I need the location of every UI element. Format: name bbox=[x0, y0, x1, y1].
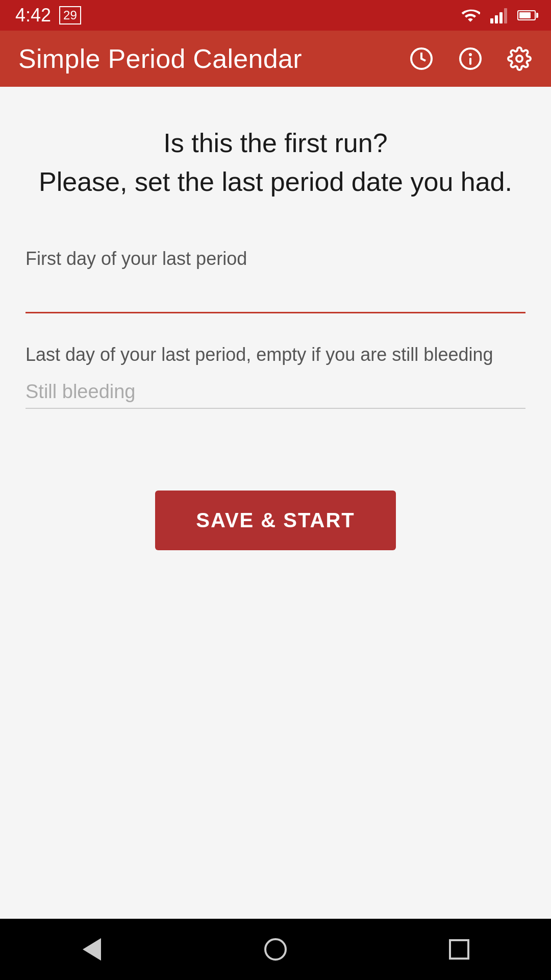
back-icon bbox=[83, 938, 101, 961]
form-section: First day of your last period Last day o… bbox=[20, 248, 531, 439]
back-button[interactable] bbox=[71, 929, 112, 970]
history-button[interactable] bbox=[408, 45, 435, 72]
clock-icon bbox=[409, 46, 434, 71]
recent-apps-icon bbox=[449, 939, 469, 960]
status-time: 4:42 bbox=[15, 5, 51, 26]
first-day-input[interactable] bbox=[26, 280, 525, 313]
svg-point-4 bbox=[516, 56, 522, 62]
app-bar-icons bbox=[408, 45, 533, 72]
status-left: 4:42 29 bbox=[15, 5, 81, 26]
save-button-container: SAVE & START bbox=[20, 491, 531, 550]
gear-icon bbox=[507, 46, 532, 71]
first-day-field-group: First day of your last period bbox=[26, 248, 525, 313]
main-content: Is this the first run? Please, set the l… bbox=[0, 87, 551, 919]
home-icon bbox=[264, 938, 287, 961]
nav-bar bbox=[0, 919, 551, 980]
last-day-label: Last day of your last period, empty if y… bbox=[26, 344, 525, 365]
info-button[interactable] bbox=[457, 45, 484, 72]
info-icon bbox=[458, 46, 483, 71]
save-start-button[interactable]: SAVE & START bbox=[155, 491, 395, 550]
notification-count: 29 bbox=[59, 6, 81, 24]
status-bar: 4:42 29 bbox=[0, 0, 551, 31]
heading-line2: Please, set the last period date you had… bbox=[20, 166, 531, 197]
signal-icon bbox=[490, 7, 507, 23]
first-day-label: First day of your last period bbox=[26, 248, 525, 270]
status-right bbox=[461, 6, 536, 25]
recent-apps-button[interactable] bbox=[439, 929, 480, 970]
home-button[interactable] bbox=[255, 929, 296, 970]
last-day-input[interactable] bbox=[26, 376, 525, 409]
last-day-field-group: Last day of your last period, empty if y… bbox=[26, 344, 525, 409]
settings-button[interactable] bbox=[506, 45, 533, 72]
battery-icon bbox=[517, 10, 536, 20]
heading-line1: Is this the first run? bbox=[20, 128, 531, 158]
wifi-icon bbox=[461, 6, 480, 25]
heading-section: Is this the first run? Please, set the l… bbox=[20, 128, 531, 197]
app-title: Simple Period Calendar bbox=[18, 43, 408, 74]
app-bar: Simple Period Calendar bbox=[0, 31, 551, 87]
